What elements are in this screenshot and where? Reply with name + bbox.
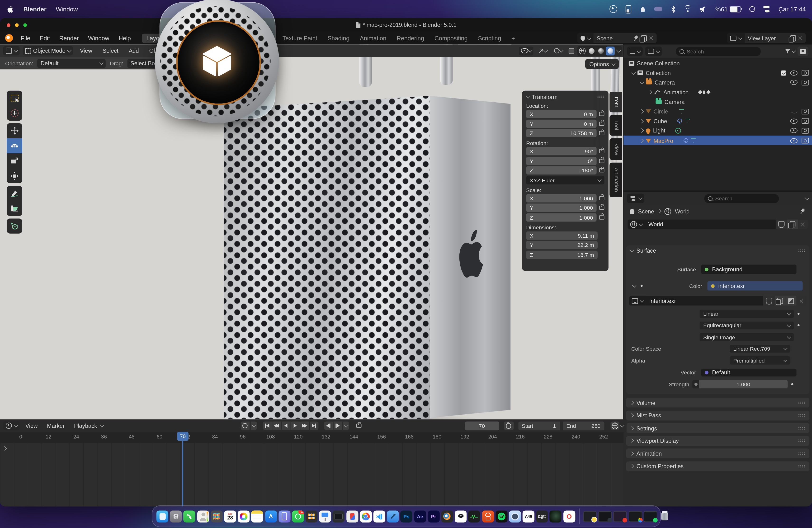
dock-xcode[interactable] [387, 510, 399, 522]
viewport-menu-add[interactable]: Add [125, 48, 143, 54]
timeline-editor-type[interactable] [3, 421, 20, 430]
dock-calculator[interactable] [306, 510, 317, 522]
tool-rotate[interactable] [6, 138, 22, 153]
playhead-label[interactable]: 70 [177, 432, 189, 441]
scale-z-field[interactable]: Z1.000 [526, 213, 597, 221]
overlays-dropdown[interactable] [551, 46, 566, 55]
cloud-icon[interactable] [654, 6, 663, 11]
dock-photos[interactable] [238, 510, 249, 522]
panel-viewport-display[interactable]: Viewport Display [626, 436, 809, 445]
use-preview-range-button[interactable] [504, 421, 513, 430]
scene-selector[interactable]: Scene [577, 33, 657, 43]
prev-keyframe-button[interactable] [272, 421, 281, 430]
dock-dark-app[interactable] [550, 510, 562, 522]
image-name-field[interactable]: interior.exr [646, 296, 763, 306]
animate-dot[interactable] [798, 324, 800, 326]
outliner-filter-id[interactable] [645, 46, 662, 56]
options-button[interactable]: Options [585, 59, 619, 69]
timeline-menu-marker[interactable]: Marker [43, 423, 68, 429]
dimension-z-field[interactable]: Z18.7 m [526, 250, 598, 259]
lock-icon[interactable] [599, 196, 605, 200]
tab-tool[interactable]: Tool [609, 115, 622, 135]
end-frame-field[interactable]: End250 [563, 421, 604, 430]
copy-icon[interactable] [790, 35, 796, 41]
tool-add-cube[interactable] [6, 218, 22, 233]
dock-opera[interactable]: O [563, 510, 575, 522]
channel-expand-icon[interactable] [2, 446, 7, 451]
battery-icon[interactable] [730, 6, 741, 12]
dock-minimized-window[interactable] [628, 511, 642, 522]
apple-menu-icon[interactable] [8, 5, 14, 13]
menubar-clock[interactable]: Çar 17:44 [779, 5, 806, 13]
close-icon[interactable] [649, 35, 654, 40]
tab-add-workspace[interactable]: + [507, 33, 520, 43]
tab-animation[interactable]: Animation [355, 33, 391, 43]
outliner-row-camera-data[interactable]: Camera [623, 97, 812, 107]
dock-finder[interactable] [157, 510, 168, 522]
drag-handle-icon[interactable] [597, 95, 605, 98]
dock-settings[interactable]: ⚙ [170, 510, 182, 522]
shading-wireframe-button[interactable] [578, 46, 587, 55]
tab-animation[interactable]: Animation [609, 163, 622, 197]
dock-vscode[interactable] [374, 510, 385, 522]
menu-window[interactable]: Window [83, 32, 114, 45]
dock-a46-studio[interactable]: A46 [523, 510, 534, 522]
sync-dropdown[interactable] [620, 423, 624, 428]
rotation-y-field[interactable]: Y0° [526, 157, 597, 165]
interpolation-dropdown[interactable]: Linear [700, 310, 794, 318]
dock-photoshop[interactable]: Ps [401, 510, 412, 522]
lock-icon[interactable] [599, 121, 605, 126]
lock-icon[interactable] [599, 112, 605, 116]
jump-to-start-button[interactable] [263, 421, 272, 430]
source-dropdown[interactable]: Single Image [700, 333, 794, 341]
lock-icon[interactable] [599, 159, 605, 163]
tool-scale[interactable] [6, 153, 22, 168]
dock-minimized-window[interactable] [613, 511, 627, 522]
step-back-button[interactable] [324, 421, 333, 430]
expand-icon[interactable] [632, 71, 636, 75]
properties-search[interactable]: Search [704, 194, 779, 203]
dock-chrome[interactable] [360, 510, 372, 522]
properties-options-dropdown[interactable] [805, 196, 809, 200]
timeline-ruler[interactable]: 0 12 24 36 48 60 72 84 96 108 120 132 14… [0, 432, 623, 443]
dock-app-library[interactable] [211, 510, 222, 522]
surface-panel-title[interactable]: Surface [637, 248, 656, 254]
strength-field[interactable]: 1.000 [699, 380, 788, 388]
tool-cursor[interactable] [6, 106, 22, 121]
timeline-track-area[interactable] [0, 443, 623, 507]
expand-icon[interactable] [639, 129, 644, 133]
render-visibility-icon[interactable] [801, 138, 809, 143]
outliner-row-collection[interactable]: Collection [623, 68, 812, 78]
hide-icon[interactable] [790, 70, 798, 75]
fake-user-button[interactable] [776, 220, 787, 229]
properties-editor-type[interactable] [627, 194, 644, 203]
world-browse-button[interactable] [628, 220, 645, 229]
dock-minimized-window[interactable] [583, 511, 597, 522]
shading-rendered-button[interactable] [606, 46, 615, 55]
menubar-window-menu[interactable]: Window [56, 5, 78, 13]
tab-rendering[interactable]: Rendering [392, 33, 429, 43]
render-visibility-icon[interactable] [801, 118, 809, 124]
scale-y-field[interactable]: Y1.000 [526, 204, 597, 212]
viewport-menu-view[interactable]: View [76, 48, 96, 54]
image-browse-button[interactable] [629, 296, 646, 306]
tool-move[interactable] [6, 123, 22, 138]
location-x-field[interactable]: X0 m [526, 110, 597, 118]
hide-icon[interactable] [790, 80, 798, 85]
tool-select-box[interactable] [6, 91, 22, 106]
transform-panel-title[interactable]: Transform [532, 94, 557, 100]
render-visibility-icon[interactable] [801, 128, 809, 134]
start-frame-field[interactable]: Start1 [518, 421, 560, 430]
dock-app-store[interactable]: A [265, 510, 277, 522]
close-icon[interactable] [798, 35, 803, 40]
dock-display-utility[interactable] [333, 510, 345, 522]
alpha-dropdown[interactable]: Premultiplied [730, 356, 790, 364]
step-dropdown[interactable] [343, 421, 349, 430]
panel-volume[interactable]: Volume [626, 398, 809, 407]
dock-minimized-window[interactable] [598, 511, 612, 522]
hidden-icon[interactable] [791, 110, 798, 113]
location-z-field[interactable]: Z10.758 m [526, 129, 597, 137]
dock-terminal[interactable]: &gt;_ [536, 510, 548, 522]
spotlight-icon[interactable] [750, 6, 755, 12]
dock-calendar[interactable]: Çar28 [224, 510, 236, 522]
